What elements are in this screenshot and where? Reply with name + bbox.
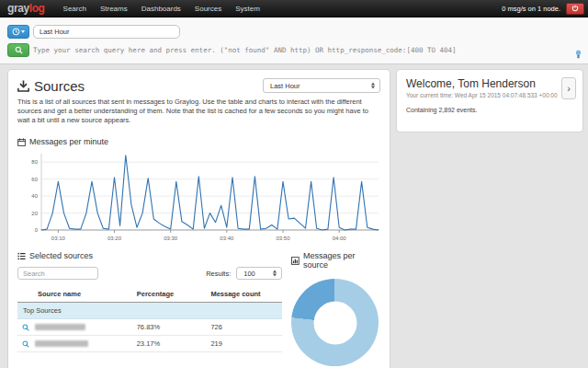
nav-item-search[interactable]: Search: [63, 5, 86, 13]
bottom-section: Selected sources Results: 100 Source nam…: [17, 251, 380, 366]
nav-item-system[interactable]: System: [235, 5, 260, 13]
page-title-wrap: Sources: [17, 78, 85, 94]
svg-text:0: 0: [35, 227, 39, 233]
search-icon: [15, 46, 23, 54]
search-submit-button[interactable]: [7, 43, 29, 57]
logout-button[interactable]: [566, 3, 584, 15]
messages-per-source-donut-chart: [291, 279, 379, 366]
nav-menu: Search Streams Dashboards Sources System: [63, 5, 260, 13]
results-count-value: 100: [237, 270, 255, 278]
selected-sources-title: Selected sources: [29, 251, 93, 260]
table-row: 76.83% 726: [17, 319, 282, 336]
caret-down-icon: [21, 30, 25, 33]
nav-right-group: 0 msg/s on 1 node.: [502, 3, 584, 15]
search-source-icon[interactable]: [22, 324, 29, 331]
svg-text:03:40: 03:40: [220, 236, 234, 241]
sources-description: This is a list of all sources that sent …: [17, 98, 380, 125]
row-percentage: 23.17%: [137, 336, 211, 352]
events-count: Containing 2,892 events.: [406, 107, 573, 113]
row-message-count: 219: [210, 336, 282, 352]
select-arrows-icon: [371, 83, 375, 89]
svg-text:04:00: 04:00: [333, 236, 347, 241]
svg-text:60: 60: [31, 177, 38, 182]
timerange-input[interactable]: [33, 25, 180, 39]
list-icon: [17, 252, 26, 260]
welcome-card: Welcome, Tom Henderson Your current time…: [396, 69, 583, 132]
col-percentage[interactable]: Percentage: [137, 287, 211, 303]
current-time: Your current time: Wed Apr 15 2015 04:07…: [406, 92, 573, 98]
logo-gray-text: gray: [7, 2, 29, 15]
search-source-icon[interactable]: [22, 340, 29, 348]
messages-per-source-title: Messages per source: [303, 251, 380, 270]
col-source-name[interactable]: Source name: [17, 287, 137, 303]
nav-item-dashboards[interactable]: Dashboards: [141, 5, 181, 13]
messages-per-minute-title: Messages per minute: [29, 137, 108, 146]
messages-per-minute-header: Messages per minute: [17, 137, 380, 146]
table-group-row: Top Sources: [17, 303, 282, 319]
selected-sources-panel: Selected sources Results: 100 Source nam…: [17, 251, 282, 366]
svg-text:03:10: 03:10: [51, 236, 66, 241]
row-percentage: 76.83%: [137, 319, 211, 336]
redacted-source-name: [35, 340, 88, 347]
svg-text:40: 40: [31, 193, 38, 199]
throughput-status: 0 msg/s on 1 node.: [502, 5, 560, 13]
graylog-app: graylog Search Streams Dashboards Source…: [0, 0, 588, 368]
svg-text:03:20: 03:20: [107, 236, 122, 241]
results-label: Results:: [206, 270, 231, 278]
top-navbar: graylog Search Streams Dashboards Source…: [0, 0, 588, 17]
messages-per-source-header: Messages per source: [291, 251, 380, 270]
calendar-icon: [17, 138, 26, 146]
page-timerange-select[interactable]: Last Hour: [263, 78, 380, 93]
table-row: 23.17% 219: [17, 336, 282, 352]
svg-text:03:50: 03:50: [277, 236, 291, 241]
logo-log-text: log: [29, 2, 45, 15]
selected-sources-header: Selected sources: [17, 251, 282, 260]
query-help-lightbulb-icon[interactable]: [575, 46, 582, 63]
graylog-logo[interactable]: graylog: [7, 2, 45, 15]
svg-text:20: 20: [31, 211, 38, 216]
row-message-count: 726: [210, 319, 282, 336]
messages-per-minute-chart: 02040608003:1003:2003:3003:4003:5004:00: [17, 149, 382, 244]
welcome-title: Welcome, Tom Henderson: [406, 77, 573, 90]
download-icon: [17, 80, 29, 92]
messages-per-source-panel: Messages per source: [291, 251, 380, 366]
timerange-dropdown-button[interactable]: [7, 25, 29, 39]
svg-text:03:30: 03:30: [164, 236, 178, 241]
next-chevron-button[interactable]: ›: [561, 77, 576, 99]
redacted-source-name: [35, 324, 85, 330]
search-panel: [0, 17, 588, 64]
power-icon: [571, 5, 579, 12]
nav-item-streams[interactable]: Streams: [100, 5, 128, 13]
select-arrows-icon: [273, 270, 277, 277]
clock-icon: [12, 28, 20, 36]
bar-chart-icon: [291, 257, 300, 265]
table-search-input[interactable]: [17, 267, 98, 280]
sources-card: Sources Last Hour This is a list of all …: [7, 69, 390, 368]
page-title: Sources: [34, 78, 85, 94]
table-controls: Results: 100: [17, 267, 282, 280]
table-header-row: Source name Percentage Message count: [17, 287, 282, 303]
nav-item-sources[interactable]: Sources: [195, 5, 221, 13]
sources-table: Source name Percentage Message count Top…: [17, 287, 282, 352]
messages-per-minute-chart-wrap: 02040608003:1003:2003:3003:4003:5004:00: [17, 149, 380, 247]
col-message-count[interactable]: Message count: [210, 287, 282, 303]
search-query-input[interactable]: [33, 43, 561, 57]
sources-card-header: Sources Last Hour: [17, 78, 380, 94]
results-count-select[interactable]: 100: [236, 267, 282, 280]
svg-text:80: 80: [31, 159, 38, 165]
page-timerange-value: Last Hour: [264, 82, 300, 90]
group-header-label: Top Sources: [17, 303, 282, 319]
